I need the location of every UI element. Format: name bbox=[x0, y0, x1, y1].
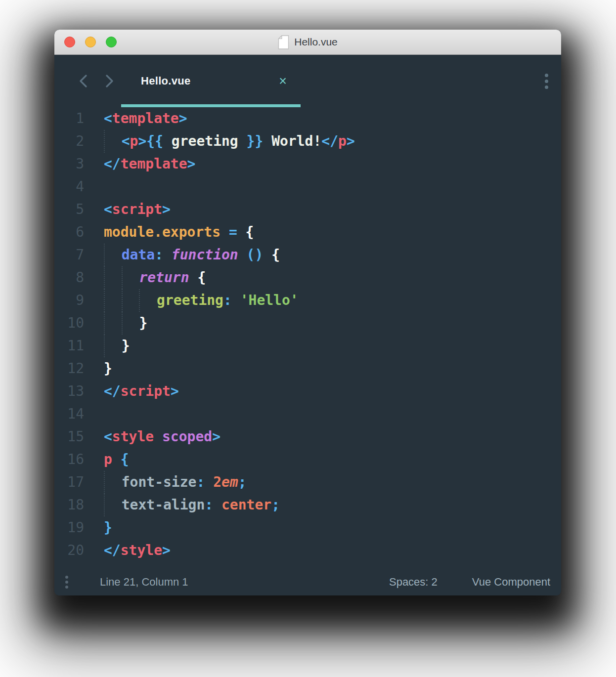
code-line: 4 bbox=[54, 175, 561, 198]
code-line: 18text-align: center; bbox=[54, 494, 561, 516]
code-line: 20</style> bbox=[54, 539, 561, 562]
indent-guide bbox=[104, 494, 122, 516]
code-line: 6module.exports = { bbox=[54, 221, 561, 244]
tab-close-icon[interactable]: × bbox=[279, 75, 287, 88]
indent-guide bbox=[139, 289, 157, 312]
tab-label: Hello.vue bbox=[141, 75, 191, 87]
chevron-left-icon bbox=[79, 74, 88, 88]
document-icon bbox=[278, 35, 289, 49]
line-number: 5 bbox=[54, 198, 84, 221]
code-line: 5<script> bbox=[54, 198, 561, 221]
tab-bar: Hello.vue × bbox=[54, 55, 561, 107]
code-line: 17font-size: 2em; bbox=[54, 471, 561, 494]
window-title: Hello.vue bbox=[294, 36, 338, 48]
code-line: 13</script> bbox=[54, 380, 561, 403]
title-bar[interactable]: Hello.vue bbox=[54, 30, 561, 55]
code-line: 10} bbox=[54, 312, 561, 335]
indent-guide bbox=[122, 289, 139, 312]
code-line: 8return { bbox=[54, 266, 561, 289]
line-number: 17 bbox=[54, 471, 84, 494]
line-number: 3 bbox=[54, 153, 84, 175]
status-right-group: Spaces: 2 Vue Component bbox=[389, 576, 550, 589]
line-number: 1 bbox=[54, 107, 84, 130]
line-number: 18 bbox=[54, 494, 84, 516]
indent-guide bbox=[122, 312, 139, 335]
status-bar: Line 21, Column 1 Spaces: 2 Vue Componen… bbox=[54, 568, 561, 595]
line-number: 12 bbox=[54, 357, 84, 380]
code-line: 9greeting: 'Hello' bbox=[54, 289, 561, 312]
status-menu[interactable] bbox=[65, 576, 68, 589]
grammar-indicator[interactable]: Vue Component bbox=[472, 576, 550, 589]
tab-hello-vue[interactable]: Hello.vue × bbox=[122, 55, 302, 107]
window-title-group: Hello.vue bbox=[278, 35, 338, 49]
back-button[interactable] bbox=[78, 74, 88, 88]
indent-guide bbox=[104, 266, 122, 289]
indent-guide bbox=[104, 244, 122, 266]
code-editor[interactable]: 1<template>2<p>{{ greeting }} World!</p>… bbox=[54, 107, 561, 569]
indent-guide bbox=[104, 471, 122, 494]
line-number: 6 bbox=[54, 221, 84, 244]
close-window-button[interactable] bbox=[64, 37, 75, 47]
editor-window: Hello.vue Hello.vue × 1<template>2<p>{{ … bbox=[54, 30, 561, 595]
line-number: 13 bbox=[54, 380, 84, 403]
indent-guide bbox=[122, 266, 139, 289]
line-number: 4 bbox=[54, 175, 84, 198]
code-line: 19} bbox=[54, 516, 561, 539]
code-line: 1<template> bbox=[54, 107, 561, 130]
code-lines: 1<template>2<p>{{ greeting }} World!</p>… bbox=[54, 107, 561, 562]
line-number: 19 bbox=[54, 516, 84, 539]
code-line: 2<p>{{ greeting }} World!</p> bbox=[54, 130, 561, 153]
minimize-window-button[interactable] bbox=[85, 37, 96, 47]
kebab-menu-icon bbox=[545, 74, 548, 77]
indent-guide bbox=[104, 289, 122, 312]
line-number: 16 bbox=[54, 448, 84, 471]
line-number: 9 bbox=[54, 289, 84, 312]
traffic-lights bbox=[64, 30, 117, 54]
kebab-menu-icon bbox=[65, 576, 68, 579]
code-line: 15<style scoped> bbox=[54, 425, 561, 448]
code-line: 3</template> bbox=[54, 153, 561, 175]
chevron-right-icon bbox=[105, 74, 114, 88]
code-line: 7data: function () { bbox=[54, 244, 561, 266]
spaces-indicator[interactable]: Spaces: 2 bbox=[389, 576, 438, 589]
line-number: 8 bbox=[54, 266, 84, 289]
line-number: 2 bbox=[54, 130, 84, 153]
indent-guide bbox=[104, 335, 122, 357]
line-number: 14 bbox=[54, 403, 84, 425]
cursor-position[interactable]: Line 21, Column 1 bbox=[100, 576, 188, 589]
indent-guide bbox=[104, 130, 122, 153]
line-number: 15 bbox=[54, 425, 84, 448]
tab-overflow-menu[interactable] bbox=[545, 74, 548, 89]
code-line: 12} bbox=[54, 357, 561, 380]
line-number: 10 bbox=[54, 312, 84, 335]
code-line: 16p { bbox=[54, 448, 561, 471]
line-number: 7 bbox=[54, 244, 84, 266]
line-number: 11 bbox=[54, 335, 84, 357]
zoom-window-button[interactable] bbox=[106, 37, 117, 47]
code-line: 14 bbox=[54, 403, 561, 425]
code-line: 11} bbox=[54, 335, 561, 357]
forward-button[interactable] bbox=[104, 74, 115, 88]
indent-guide bbox=[104, 312, 122, 335]
line-number: 20 bbox=[54, 539, 84, 562]
